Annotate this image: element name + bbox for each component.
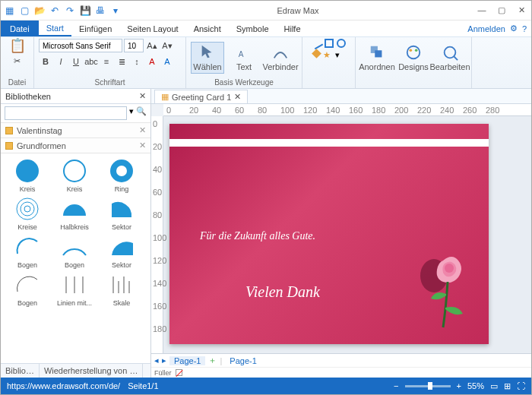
svg-line-7 [454, 57, 458, 61]
rose-graphic [405, 238, 473, 329]
cut-icon[interactable]: ✂ [11, 54, 24, 68]
anmelden-link[interactable]: Anmelden [467, 24, 505, 33]
library-close-icon[interactable]: ✕ [139, 91, 146, 101]
sidebar-tab-biblio[interactable]: Biblio… [1, 364, 40, 378]
minimize-button[interactable]: — [475, 5, 489, 15]
page-next-icon[interactable]: ▸ [162, 356, 166, 365]
shape-bogen3[interactable]: Bogen [4, 270, 51, 308]
tab-symbole[interactable]: Symbole [229, 21, 277, 36]
fullscreen-icon[interactable]: ⛶ [517, 381, 525, 390]
category-grundformen[interactable]: Grundformen✕ [1, 138, 150, 153]
view-mode-1-icon[interactable]: ▭ [490, 381, 498, 391]
shape-bogen1[interactable]: Bogen [4, 232, 51, 270]
designs-button[interactable]: Designs [397, 43, 430, 73]
svg-point-4 [410, 49, 413, 52]
document-tab[interactable]: ▦ Greeting Card 1 ✕ [154, 90, 248, 103]
shape-linien[interactable]: Linien mit... [51, 270, 98, 308]
font-shrink-icon[interactable]: A▾ [160, 39, 174, 52]
qa-dropdown-icon[interactable]: ▾ [110, 5, 121, 16]
search-icon[interactable]: 🔍 [136, 106, 147, 120]
group-basis: Basis Werkzeuge [191, 77, 297, 87]
greeting-card[interactable]: Für die Zukunft alles Gute. Vielen Dank [169, 124, 489, 344]
file-tab[interactable]: Datei [1, 21, 39, 36]
page-add-icon[interactable]: ＋ [208, 355, 217, 366]
spacing-icon[interactable]: ↕ [130, 55, 144, 68]
new-icon[interactable]: ▢ [19, 5, 30, 16]
font-grow-icon[interactable]: A▴ [145, 39, 159, 52]
category-valentinstag[interactable]: Valentinstag✕ [1, 123, 150, 138]
sidebar-tab-recovery[interactable]: Wiederherstellung von … [40, 364, 144, 378]
view-mode-2-icon[interactable]: ⊞ [504, 381, 511, 391]
shape-kreis-outline[interactable]: Kreis [51, 156, 98, 194]
anordnen-button[interactable]: Anordnen [360, 43, 394, 73]
shape-kreis-filled[interactable]: Kreis [4, 156, 51, 194]
search-dropdown-icon[interactable]: ▾ [129, 106, 134, 120]
font-name-select[interactable] [39, 39, 122, 52]
undo-icon[interactable]: ↶ [49, 5, 60, 16]
shape-kreise[interactable]: Kreise [4, 194, 51, 232]
card-text-1: Für die Zukunft alles Gute. [200, 230, 315, 242]
cursor-icon [199, 44, 216, 61]
text-icon: A [236, 44, 252, 61]
close-button[interactable]: ✕ [515, 5, 528, 15]
svg-rect-2 [375, 50, 382, 57]
shape-ring[interactable]: Ring [98, 156, 145, 194]
text-button[interactable]: A Text [227, 43, 261, 73]
bullets-icon[interactable]: ≣ [115, 55, 128, 68]
star-shape-icon[interactable]: ★ [323, 50, 332, 59]
underline-button[interactable]: U [69, 55, 83, 68]
rect-shape-icon[interactable] [325, 39, 334, 48]
shape-bogen2[interactable]: Bogen [51, 232, 98, 270]
italic-button[interactable]: I [54, 55, 68, 68]
fontcolor-icon[interactable]: A [145, 55, 159, 68]
save-icon[interactable]: 💾 [80, 5, 90, 16]
shape-skale[interactable]: Skale [98, 270, 145, 308]
bold-button[interactable]: B [39, 55, 52, 68]
more-shape-icon[interactable]: ▾ [335, 50, 344, 59]
highlight-icon[interactable]: A [160, 55, 174, 68]
line-shape-icon[interactable] [310, 37, 322, 49]
font-size-select[interactable] [124, 39, 144, 52]
zoom-slider[interactable] [405, 385, 451, 387]
tab-einfuegen[interactable]: Einfügen [71, 21, 119, 36]
library-search-input[interactable] [5, 106, 127, 120]
tab-hilfe[interactable]: Hilfe [277, 21, 309, 36]
svg-point-14 [24, 206, 30, 212]
paste-icon[interactable]: 📋 [11, 39, 24, 52]
tab-start[interactable]: Start [39, 21, 71, 36]
app-title: Edraw Max [121, 6, 475, 15]
svg-point-3 [407, 46, 420, 59]
diamond-shape-icon[interactable] [312, 49, 321, 58]
library-title: Bibliotheken [5, 92, 51, 101]
canvas[interactable]: Für die Zukunft alles Gute. Vielen Dank [163, 116, 531, 353]
maximize-button[interactable]: ▢ [495, 5, 508, 15]
zoom-in-icon[interactable]: + [457, 381, 461, 390]
app-icon: ▦ [4, 5, 14, 16]
designs-icon [405, 44, 422, 61]
redo-icon[interactable]: ↷ [65, 5, 75, 16]
help-icon[interactable]: ? [522, 24, 527, 33]
print-icon[interactable]: 🖶 [95, 5, 106, 16]
edit-icon [442, 44, 458, 61]
shape-sektor2[interactable]: Sektor [98, 232, 145, 270]
align-icon[interactable]: ≡ [100, 55, 113, 68]
page-tab-1[interactable]: Page-1 [169, 356, 205, 365]
shape-sektor[interactable]: Sektor [98, 194, 145, 232]
no-color-icon[interactable] [176, 369, 182, 376]
tab-seiten-layout[interactable]: Seiten Layout [119, 21, 185, 36]
circle-shape-icon[interactable] [337, 39, 346, 48]
gear-icon[interactable]: ⚙ [510, 24, 518, 33]
doc-close-icon[interactable]: ✕ [234, 92, 241, 102]
waehlen-button[interactable]: Wählen [191, 42, 224, 74]
shapes-panel: Kreis Kreis Ring Kreise Halbkreis Sektor… [1, 153, 150, 363]
arrange-icon [369, 44, 385, 61]
shape-halbkreis[interactable]: Halbkreis [51, 194, 98, 232]
open-icon[interactable]: 📂 [34, 5, 45, 16]
verbinder-button[interactable]: Verbinder [264, 43, 297, 73]
bearbeiten-button[interactable]: Bearbeiten [433, 43, 467, 73]
zoom-out-icon[interactable]: − [394, 381, 398, 390]
tab-ansicht[interactable]: Ansicht [186, 21, 229, 36]
strike-button[interactable]: abc [84, 55, 98, 68]
page-prev-icon[interactable]: ◂ [154, 356, 159, 365]
page-tab-2[interactable]: Page-1 [225, 356, 261, 365]
